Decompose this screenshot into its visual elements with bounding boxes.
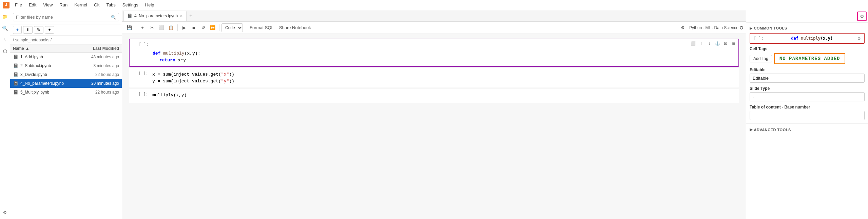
search-sidebar-icon[interactable]: 🔍 (1, 24, 9, 32)
share-notebook-btn[interactable]: Share Notebook (277, 23, 313, 32)
breadcrumb: / sample_notebooks / (10, 36, 122, 45)
file-modified-3: 22 hours ago (75, 72, 119, 77)
notebook-tab-active[interactable]: 📓 4_No_parameters.ipynb ✕ (123, 11, 187, 21)
cut-btn[interactable]: ✂ (148, 23, 156, 32)
new-file-btn[interactable]: + (13, 26, 22, 34)
settings-icon[interactable]: ⚙ (1, 209, 9, 216)
file-icon-1: 📓 (13, 54, 18, 60)
menu-edit[interactable]: Edit (26, 2, 39, 8)
no-params-badge: NO PARAMETRES ADDED (774, 53, 846, 64)
toolbar-sep-1 (136, 24, 136, 31)
extensions-icon[interactable]: ⬡ (1, 47, 9, 55)
common-tools-title: ▶ COMMON TOOLS (750, 26, 865, 30)
cell-up-btn[interactable]: ↑ (698, 40, 705, 47)
tab-bar: 📓 4_No_parameters.ipynb ✕ + (122, 10, 746, 22)
kernel-gear-btn[interactable]: ⚙ (678, 23, 687, 32)
notebook-area: 📓 4_No_parameters.ipynb ✕ + 💾 + ✂ ⬜ 📋 ▶ … (122, 10, 746, 219)
menu-kernel[interactable]: Kernel (72, 2, 90, 8)
fast-forward-btn[interactable]: ⏩ (208, 23, 217, 32)
right-panel-top: ⚙ (746, 10, 868, 23)
file-icon-3: 📓 (13, 72, 18, 77)
add-tag-btn[interactable]: Add Tag (750, 55, 772, 62)
file-icon-2: 📓 (13, 63, 18, 68)
slide-type-input[interactable] (750, 92, 865, 101)
menu-tabs[interactable]: Tabs (103, 2, 118, 8)
editable-input[interactable] (750, 74, 865, 83)
format-sql-btn[interactable]: Format SQL (247, 23, 276, 32)
cell-prompt-1: [ ]: (130, 39, 150, 66)
advanced-tools-header[interactable]: ▶ ADVANCED TOOLS (746, 124, 868, 135)
search-box[interactable]: 🔍 (13, 13, 119, 21)
file-modified-1: 43 minutes ago (75, 55, 119, 59)
cell-copy-btn[interactable]: ⬜ (690, 40, 696, 47)
file-modified-5: 22 hours ago (75, 90, 119, 95)
add-tab-btn[interactable]: + (187, 13, 194, 19)
file-row-selected[interactable]: 📓 4_No_parameters.ipynb 20 minutes ago (10, 79, 122, 88)
cell-content-2: x = sum(inject_values.get("x")) y = sum(… (150, 68, 739, 87)
right-panel-gear-btn[interactable]: ⚙ (857, 12, 867, 21)
search-input[interactable] (16, 15, 111, 20)
cells-container: [ ]: ⬜ ↑ ↓ ⚓ ⊡ 🗑 def multiply(x,y): retu… (122, 34, 746, 219)
file-name-5: 5_Multiply.ipynb (20, 90, 75, 95)
save-btn[interactable]: 💾 (125, 23, 134, 32)
cell-preview-gear-icon[interactable]: ⚙ (858, 36, 861, 41)
cell-2[interactable]: [ ]: x = sum(inject_values.get("x")) y =… (129, 68, 739, 87)
cell-input-3[interactable]: multiply(x,y) (150, 89, 739, 103)
kernel-status-circle (740, 26, 743, 29)
file-name-1: 1_Add.ipynb (20, 55, 75, 59)
run-btn[interactable]: ▶ (180, 23, 189, 32)
name-col-header[interactable]: Name ▲ (13, 46, 75, 51)
stop-btn[interactable]: ■ (189, 23, 198, 32)
add-cell-btn[interactable]: + (138, 23, 147, 32)
menu-settings[interactable]: Settings (120, 2, 141, 8)
slide-type-label: Slide Type (750, 86, 865, 91)
tab-label: 4_No_parameters.ipynb (134, 14, 178, 18)
file-row[interactable]: 📓 1_Add.ipynb 43 minutes ago (10, 53, 122, 61)
toc-input[interactable] (750, 111, 865, 120)
toc-label: Table of content - Base number (750, 105, 865, 109)
menu-file[interactable]: File (12, 2, 25, 8)
file-name-2: 2_Subtract.ipynb (20, 63, 75, 68)
copy-btn[interactable]: ⬜ (157, 23, 166, 32)
cell-preview-prompt: [ ]: (754, 36, 764, 41)
menu-view[interactable]: View (40, 2, 55, 8)
restart-btn[interactable]: ↺ (199, 23, 208, 32)
cell-3[interactable]: [ ]: multiply(x,y) (129, 89, 739, 103)
add-tag-row: Add Tag NO PARAMETRES ADDED (750, 53, 865, 64)
cell-input-2[interactable]: x = sum(inject_values.get("x")) y = sum(… (150, 68, 739, 87)
cell-toolbar-1: ⬜ ↑ ↓ ⚓ ⊡ 🗑 (150, 39, 738, 47)
paste-btn[interactable]: 📋 (167, 23, 175, 32)
cell-format-btn[interactable]: ⊡ (722, 40, 729, 47)
toolbar-sep-4 (245, 24, 245, 31)
editable-label: Editable (750, 67, 865, 72)
cell-down-btn[interactable]: ↓ (706, 40, 713, 47)
refresh-btn[interactable]: ↻ (34, 26, 43, 34)
cell-link-btn[interactable]: ⚓ (714, 40, 721, 47)
cell-preview-code: def multiply(x,y) (791, 36, 833, 41)
git-clone-btn[interactable]: ✦ (45, 26, 54, 34)
toolbar-sep-3 (219, 24, 219, 31)
file-row[interactable]: 📓 3_Divide.ipynb 22 hours ago (10, 70, 122, 79)
menu-bar: J File Edit View Run Kernel Git Tabs Set… (0, 0, 868, 10)
menu-help[interactable]: Help (142, 2, 157, 8)
icon-sidebar: 📁 🔍 ⑂ ⬡ ⚙ (0, 10, 10, 219)
tab-close-btn[interactable]: ✕ (180, 14, 183, 18)
modified-col-header[interactable]: Last Modified (75, 46, 119, 51)
file-sidebar: 🔍 + ⬆ ↻ ✦ / sample_notebooks / Name ▲ La… (10, 10, 122, 219)
file-row[interactable]: 📓 2_Subtract.ipynb 3 minutes ago (10, 61, 122, 70)
menu-git[interactable]: Git (91, 2, 102, 8)
cell-tags-label: Cell Tags (750, 46, 865, 51)
chevron-right-icon-2: ▶ (750, 127, 753, 132)
file-row[interactable]: 📓 5_Multiply.ipynb 22 hours ago (10, 88, 122, 97)
file-table-header: Name ▲ Last Modified (10, 45, 122, 53)
menu-run[interactable]: Run (57, 2, 70, 8)
cell-1[interactable]: [ ]: ⬜ ↑ ↓ ⚓ ⊡ 🗑 def multiply(x,y): retu… (129, 39, 739, 67)
upload-btn[interactable]: ⬆ (23, 26, 33, 34)
toolbar-right: ⚙ Python · ML · Data Science (678, 23, 743, 32)
cell-delete-btn[interactable]: 🗑 (730, 40, 737, 47)
cell-type-select[interactable]: Code (221, 23, 243, 32)
cell-input-1[interactable]: def multiply(x,y): return x*y (150, 47, 738, 66)
git-icon[interactable]: ⑂ (1, 36, 9, 43)
cell-content-3: multiply(x,y) (150, 89, 739, 103)
files-icon[interactable]: 📁 (1, 13, 9, 20)
